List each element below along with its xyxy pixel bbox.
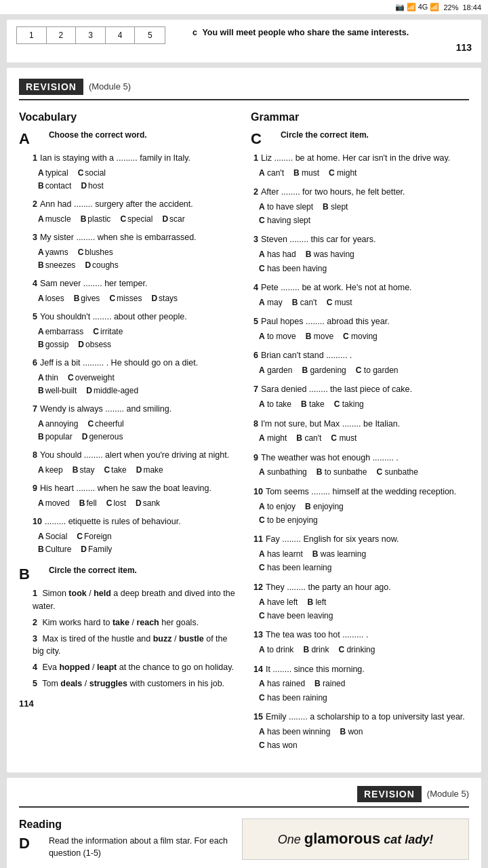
vocabulary-section: Vocabulary A Choose the correct word. 1I… bbox=[19, 111, 237, 759]
gq1-optA: A can't bbox=[259, 166, 284, 180]
answer-table: 1 2 3 4 5 bbox=[16, 26, 165, 44]
gq15-optC: C has won bbox=[259, 738, 298, 752]
gq15-optB: B won bbox=[340, 725, 363, 738]
gq10-optC: C to be enjoying bbox=[259, 513, 318, 527]
gq2-optC: C having slept bbox=[259, 214, 310, 227]
q2-optB: Bplastic bbox=[81, 213, 111, 226]
q10-optB: BCulture bbox=[38, 543, 71, 556]
gq14-optA: A has rained bbox=[259, 677, 305, 690]
gq13-optC: C drinking bbox=[338, 643, 375, 656]
revision-header: REVISION (Module 5) bbox=[19, 79, 469, 100]
gq14-optC: C has been raining bbox=[259, 691, 327, 705]
gq13-text: 13The tea was too hot ......... . bbox=[253, 629, 469, 642]
vocab-instruction: Choose the correct word. bbox=[49, 130, 147, 140]
gq11-optB: B was learning bbox=[312, 547, 366, 561]
gq9-optA: A sunbathing bbox=[259, 465, 307, 479]
gq12-text: 12They ........ the party an hour ago. bbox=[253, 581, 469, 594]
gq7-text: 7Sara denied ........ the last piece of … bbox=[253, 383, 469, 396]
q8-optC: Ctake bbox=[104, 464, 126, 477]
q1-optB: Bcontact bbox=[38, 180, 71, 193]
gq1-optC: C might bbox=[329, 166, 357, 180]
cell-5: 5 bbox=[135, 27, 165, 43]
q9-text: 9His heart ........ when he saw the boat… bbox=[33, 482, 237, 495]
vocab-q2: 2Ann had ........ surgery after the acci… bbox=[33, 198, 237, 226]
b-item-2: 2 Kim works hard to take / reach her goa… bbox=[33, 616, 237, 629]
gq2-optB: B slept bbox=[323, 200, 348, 214]
revision-module: (Module 5) bbox=[89, 81, 131, 92]
q5-optD: Dobsess bbox=[78, 338, 111, 351]
gq2-text: 2After ........ for two hours, he felt b… bbox=[253, 186, 469, 199]
q8-text: 8You should ........ alert when you're d… bbox=[33, 449, 237, 462]
gq2-optA: A to have slept bbox=[259, 200, 313, 214]
gq10-optB: B enjoying bbox=[305, 500, 344, 513]
gq10-optA: A to enjoy bbox=[259, 500, 296, 513]
section-b-instruction: Circle the correct item. bbox=[49, 566, 137, 575]
vocab-q3: 3My sister ........ when she is embarras… bbox=[33, 231, 237, 272]
q3-optD: Dcoughs bbox=[85, 259, 118, 272]
grammar-q1: 1Liz ........ be at home. Her car isn't … bbox=[253, 152, 469, 180]
vocab-q1: 1Ian is staying with a ......... family … bbox=[33, 152, 237, 193]
gq6-optC: C to garden bbox=[356, 363, 399, 377]
gq4-optA: A may bbox=[259, 296, 283, 309]
grammar-q12: 12They ........ the party an hour ago. A… bbox=[253, 581, 469, 623]
gq7-optB: B take bbox=[301, 397, 325, 411]
gq3-optA: A has had bbox=[259, 248, 296, 261]
q5-optC: Cirritate bbox=[93, 326, 123, 338]
clock: 18:44 bbox=[462, 3, 481, 12]
q4-optD: Dstays bbox=[151, 292, 178, 305]
q9-optC: Clost bbox=[106, 497, 126, 510]
q4-optA: Aloses bbox=[38, 292, 64, 305]
vocab-q10: 10......... etiquette is rules of behavi… bbox=[33, 515, 237, 556]
q3-optB: Bsneezes bbox=[38, 259, 75, 272]
gq1-text: 1Liz ........ be at home. Her car isn't … bbox=[253, 152, 469, 165]
vocabulary-title: Vocabulary bbox=[19, 111, 237, 123]
status-bar: 📷 📶 4G 📶 22% 18:44 bbox=[0, 0, 488, 14]
bottom-revision-section: REVISION (Module 5) Reading D Read the i… bbox=[7, 778, 481, 868]
note-c: c You will meet people who share the sam… bbox=[192, 26, 472, 39]
gq8-optC: C must bbox=[331, 431, 357, 445]
gq7-optA: A to take bbox=[259, 397, 291, 411]
cell-4: 4 bbox=[106, 27, 136, 43]
b-item-3: 3 Max is tired of the hustle and buzz / … bbox=[33, 633, 237, 658]
status-icons: 📷 📶 4G 📶 bbox=[395, 3, 440, 12]
q8-optA: Akeep bbox=[38, 464, 63, 477]
gq5-text: 5Paul hopes ........ abroad this year. bbox=[253, 315, 469, 328]
section-d-letter: D bbox=[19, 835, 30, 852]
reading-instruction: Read the information about a film star. … bbox=[49, 835, 231, 861]
gq11-optC: C has been learning bbox=[259, 561, 331, 574]
q10-optA: ASocial bbox=[38, 530, 67, 543]
grammar-q2: 2After ........ for two hours, he felt b… bbox=[253, 186, 469, 228]
grammar-q14: 14It ........ since this morning. A has … bbox=[253, 663, 469, 705]
q1-optC: Csocial bbox=[78, 167, 106, 180]
grammar-q6: 6Brian can't stand ......... . A garden … bbox=[253, 349, 469, 377]
grammar-q3: 3Steven ........ this car for years. A h… bbox=[253, 233, 469, 275]
reading-section: Reading D Read the information about a f… bbox=[19, 818, 469, 861]
q9-optA: Amoved bbox=[38, 497, 70, 510]
gq9-text: 9The weather was hot enough ......... . bbox=[253, 452, 469, 465]
gq4-optB: B can't bbox=[292, 296, 317, 309]
note-c-text: You will meet people who share the same … bbox=[202, 28, 409, 37]
bottom-revision-header: REVISION (Module 5) bbox=[19, 786, 469, 808]
q8-optB: Bstay bbox=[73, 464, 95, 477]
battery-level: 22% bbox=[443, 3, 458, 12]
gq14-optB: B rained bbox=[314, 677, 345, 690]
q8-optD: Dmake bbox=[136, 464, 163, 477]
cat-lady-banner: One glamorous cat lady! bbox=[242, 818, 469, 861]
q1-text: 1Ian is staying with a ......... family … bbox=[33, 152, 237, 165]
q1-optA: Atypical bbox=[38, 167, 68, 180]
vocab-q5: 5You shouldn't ........ about other peop… bbox=[33, 311, 237, 351]
q4-optC: Cmisses bbox=[109, 292, 142, 305]
revision-badge: REVISION bbox=[19, 79, 83, 95]
note-c-label: c bbox=[192, 28, 197, 37]
q6-optB: Bwell-built bbox=[38, 384, 77, 397]
grammar-instruction: Circle the correct item. bbox=[281, 130, 369, 140]
page-113-top: 1 2 3 4 5 c You will meet people who sha… bbox=[7, 20, 481, 62]
gq1-optB: B must bbox=[293, 166, 319, 180]
gq4-optC: C must bbox=[327, 296, 352, 309]
q6-optA: Athin bbox=[38, 372, 58, 384]
gq6-optB: B gardening bbox=[302, 363, 346, 377]
gq12-optC: C have been leaving bbox=[259, 609, 333, 623]
gq10-text: 10Tom seems ........ himself at the wedd… bbox=[253, 486, 469, 498]
cell-3: 3 bbox=[76, 27, 106, 43]
q7-text: 7Wendy is always ........ and smiling. bbox=[33, 403, 237, 416]
